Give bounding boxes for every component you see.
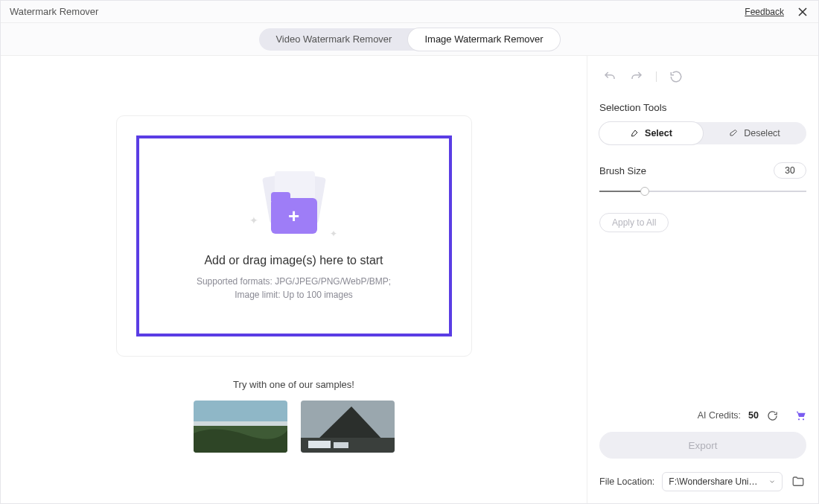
redo-button[interactable] xyxy=(629,69,644,84)
selection-tools-title: Selection Tools xyxy=(599,102,806,113)
file-location-value: F:\Wondershare UniCon xyxy=(669,476,759,487)
brush-size-value[interactable]: 30 xyxy=(774,162,806,179)
svg-point-9 xyxy=(798,418,800,420)
close-button[interactable] xyxy=(796,5,809,19)
cart-icon xyxy=(794,409,806,422)
svg-rect-7 xyxy=(308,441,331,448)
chevron-down-icon xyxy=(768,478,776,485)
dropzone-headline: Add or drag image(s) here to start xyxy=(204,254,383,267)
deselect-label: Deselect xyxy=(744,128,780,138)
sample-thumbnail-1[interactable] xyxy=(194,401,287,453)
selection-mode-tabs: Select Deselect xyxy=(599,122,806,144)
folder-icon xyxy=(791,475,805,488)
ai-credits-value: 50 xyxy=(748,410,759,421)
svg-rect-8 xyxy=(334,442,348,448)
sample-thumbnail-2[interactable] xyxy=(301,401,395,453)
image-dropzone[interactable]: ✦ ✦ + Add or drag image(s) here to start… xyxy=(136,135,452,336)
svg-point-10 xyxy=(803,418,804,420)
buy-credits-button[interactable] xyxy=(794,409,806,421)
deselect-tool-button[interactable]: Deselect xyxy=(703,122,806,144)
ai-credits-label: AI Credits: xyxy=(698,410,741,421)
add-folder-icon: ✦ ✦ + xyxy=(249,171,339,242)
samples-label: Try with one of our samples! xyxy=(194,379,395,390)
slider-handle[interactable] xyxy=(640,187,649,196)
feedback-link[interactable]: Feedback xyxy=(745,7,784,17)
refresh-credits-button[interactable] xyxy=(766,409,778,421)
drop-card: ✦ ✦ + Add or drag image(s) here to start… xyxy=(116,115,472,357)
tab-video-watermark[interactable]: Video Watermark Remover xyxy=(259,28,408,51)
redo-icon xyxy=(630,70,643,83)
open-folder-button[interactable] xyxy=(790,473,806,490)
tab-image-watermark[interactable]: Image Watermark Remover xyxy=(408,28,559,51)
close-icon xyxy=(797,7,808,17)
select-label: Select xyxy=(645,128,672,138)
brush-size-label: Brush Size xyxy=(599,165,646,176)
brush-size-slider[interactable] xyxy=(599,189,806,194)
undo-icon xyxy=(603,70,616,83)
file-location-select[interactable]: F:\Wondershare UniCon xyxy=(662,472,783,491)
brush-icon xyxy=(630,129,639,138)
reset-icon xyxy=(669,70,683,83)
toolbar-divider xyxy=(656,71,657,82)
eraser-icon xyxy=(729,129,738,138)
dropzone-limit: Image limit: Up to 100 images xyxy=(197,288,391,302)
undo-button[interactable] xyxy=(602,69,617,84)
export-button[interactable]: Export xyxy=(599,432,806,459)
dropzone-formats: Supported formats: JPG/JPEG/PNG/WebP/BMP… xyxy=(197,275,391,288)
window-title: Watermark Remover xyxy=(10,6,98,17)
refresh-icon xyxy=(767,410,778,421)
mode-tabs: Video Watermark Remover Image Watermark … xyxy=(259,28,559,51)
reset-button[interactable] xyxy=(669,69,683,84)
file-location-label: File Location: xyxy=(599,476,654,487)
apply-to-all-button[interactable]: Apply to All xyxy=(599,213,669,232)
select-tool-button[interactable]: Select xyxy=(599,122,703,144)
